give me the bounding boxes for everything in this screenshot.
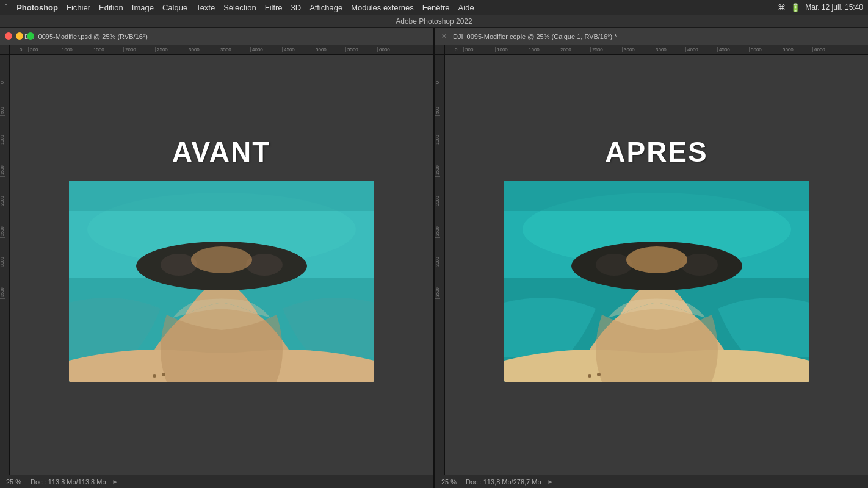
maximize-button[interactable] [27,32,34,40]
titlebar: Adobe Photoshop 2022 [0,15,868,28]
main-area: DJI_0095-Modifier.psd @ 25% (RVB/16°) 0 … [0,28,868,488]
left-tab-label: DJI_0095-Modifier.psd @ 25% (RVB/16°) [24,33,148,40]
left-status-bar: 25 % Doc : 113,8 Mo/113,8 Mo ► [0,475,433,488]
menu-filtre[interactable]: Filtre [265,3,283,12]
apres-label: APRES [605,135,707,168]
left-ruler-horizontal: 0 500 1000 1500 2000 2500 3000 3500 4000… [0,45,433,55]
left-photo [69,181,374,382]
left-canvas-content: AVANT [10,55,433,475]
menu-3d[interactable]: 3D [291,3,302,12]
left-panel: DJI_0095-Modifier.psd @ 25% (RVB/16°) 0 … [0,28,435,488]
apple-menu-icon[interactable]:  [5,2,8,12]
right-doc-tab[interactable]: ✕ DJI_0095-Modifier copie @ 25% (Calque … [435,28,868,45]
app-title: Adobe Photoshop 2022 [396,17,472,26]
right-tab-close[interactable]: ✕ [441,32,447,40]
menu-fenetre[interactable]: Fenêtre [422,3,450,12]
battery-icon: 🔋 [790,3,800,12]
left-canvas-area[interactable]: AVANT [10,55,433,475]
avant-label: AVANT [172,135,271,168]
svg-point-17 [626,246,687,273]
menu-affichage[interactable]: Affichage [309,3,342,12]
svg-point-16 [681,254,718,276]
svg-rect-13 [504,181,809,211]
right-panel: ✕ DJI_0095-Modifier copie @ 25% (Calque … [435,28,868,488]
right-canvas-content: APRES [445,55,868,475]
menu-aide[interactable]: Aide [458,3,474,12]
menu-photoshop[interactable]: Photoshop [16,3,58,12]
svg-point-8 [153,374,156,378]
right-status-arrow[interactable]: ► [548,478,554,485]
left-doc-info: Doc : 113,8 Mo/113,8 Mo [31,478,106,486]
minimize-button[interactable] [16,32,23,40]
right-zoom: 25 % [441,478,460,486]
menubar-right: ⌘ 🔋 Mar. 12 juil. 15:40 [778,0,863,15]
datetime: Mar. 12 juil. 15:40 [805,3,863,12]
left-zoom: 25 % [6,478,24,486]
svg-point-18 [588,374,591,378]
menu-texte[interactable]: Texte [196,3,215,12]
svg-point-9 [162,373,165,376]
menu-modules[interactable]: Modules externes [351,3,414,12]
svg-point-5 [161,254,197,276]
menu-selection[interactable]: Sélection [223,3,256,12]
menu-edition[interactable]: Edition [99,3,123,12]
right-ruler-vertical: 0 500 1000 1500 2000 2500 3000 3500 [435,55,445,475]
menubar:  Photoshop Fichier Edition Image Calque… [0,0,868,15]
menu-calque[interactable]: Calque [162,3,187,12]
right-canvas-area[interactable]: APRES [445,55,868,475]
right-tab-label: DJI_0095-Modifier copie @ 25% (Calque 1,… [453,33,617,40]
left-status-arrow[interactable]: ► [112,478,118,485]
right-status-bar: 25 % Doc : 113,8 Mo/278,7 Mo ► [435,475,868,488]
svg-point-15 [596,254,632,276]
menu-image[interactable]: Image [132,3,154,12]
svg-point-7 [191,246,252,273]
left-ruler-vertical: 0 500 1000 1500 2000 2500 3000 3500 [0,55,10,475]
menu-fichier[interactable]: Fichier [67,3,90,12]
right-ruler-horizontal: 0 500 1000 1500 2000 2500 3000 3500 4000… [435,45,868,55]
svg-rect-3 [69,181,374,211]
left-doc-tab[interactable]: DJI_0095-Modifier.psd @ 25% (RVB/16°) [0,28,433,45]
right-photo [504,181,809,382]
svg-point-19 [597,373,601,376]
right-doc-info: Doc : 113,8 Mo/278,7 Mo [466,478,541,486]
wifi-icon: ⌘ [778,3,786,12]
svg-point-6 [246,254,283,276]
close-button[interactable] [5,32,12,40]
